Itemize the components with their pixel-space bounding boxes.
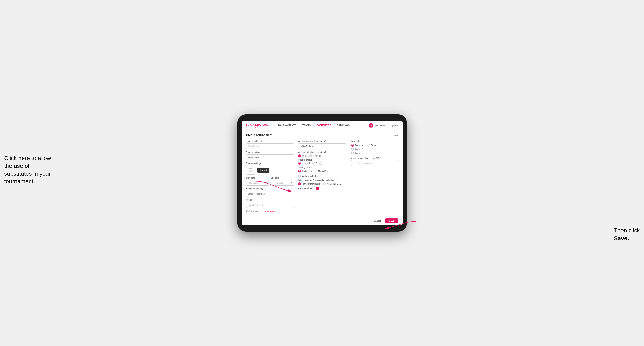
scoring-match-radio <box>315 170 317 173</box>
form-left-col: Tournament Host Search team ▾ Tournament… <box>246 140 294 212</box>
scoring-stroke-radio <box>298 170 301 173</box>
rounds-4-radio <box>320 162 322 165</box>
gender-label: Which gender is the event for? <box>298 151 346 154</box>
nav-tournaments[interactable]: TOURNAMENTS <box>275 121 300 130</box>
user-name: blair admin <box>375 124 386 127</box>
rounds-1[interactable]: 1 <box>298 162 303 165</box>
form-right-col: Format type 5 count 4 Other <box>350 140 398 212</box>
start-date-label: Start date <box>246 177 269 179</box>
scoring-service-placeholder: Select a scoring service <box>353 162 375 164</box>
gender-mens-radio <box>298 155 301 157</box>
logo-upload-area: Upload <box>246 166 294 175</box>
tournament-host-input[interactable]: Search team ▾ <box>246 143 294 149</box>
allow-substitutes-checkbox[interactable]: ✓ <box>316 187 319 190</box>
rounds-radio-group: 1 2 3 4 <box>298 162 346 165</box>
tournament-name-input[interactable] <box>246 155 294 160</box>
scoring-match[interactable]: Match Play <box>315 170 328 173</box>
nav-logo: SCOREBOARD Powered by clippd <box>246 123 269 128</box>
event-individuals-radio <box>323 182 326 185</box>
allow-substitutes-label: Allow substitutes? <box>298 187 315 189</box>
form-footer: Cancel Save <box>242 216 403 225</box>
rounds-2[interactable]: 2 <box>305 162 310 165</box>
division-chevron: ▾ <box>343 145 344 147</box>
event-individuals[interactable]: Individuals Only <box>323 182 341 185</box>
format-other[interactable]: Other <box>367 144 376 147</box>
event-teams-radio <box>298 182 301 185</box>
division-label: Which division is the event for? <box>298 140 346 142</box>
venue-input[interactable]: Search golf club ▾ <box>246 202 294 208</box>
gender-womens[interactable]: Womens <box>309 155 321 157</box>
back-button[interactable]: Back <box>391 134 398 136</box>
tournament-host-placeholder: Search team <box>248 145 260 148</box>
nav-committee[interactable]: COMMITTEE <box>314 121 334 130</box>
sign-out-link[interactable]: Sign out <box>390 124 398 127</box>
rounds-3[interactable]: 3 <box>312 162 317 165</box>
scoring-api-label: Use third-party live scoring API? <box>351 157 398 159</box>
scoring-medal[interactable]: Medal Match Play <box>298 175 318 177</box>
scoring-system-group: Stroke Play Match Play Medal Match Play <box>298 170 346 177</box>
annotation-right: Then click Save. <box>614 227 640 242</box>
format-row-1: 5 count 4 Other <box>351 144 398 147</box>
format-other-radio <box>367 144 370 147</box>
nav-bar: SCOREBOARD Powered by clippd TOURNAMENTS… <box>242 121 403 130</box>
rounds-4[interactable]: 4 <box>320 162 324 165</box>
annotation-left: Click here to allow the use of substitut… <box>4 154 58 185</box>
logo-placeholder-icon <box>246 166 255 175</box>
tournament-host-chevron: ▾ <box>291 145 292 147</box>
form-middle-col: Which division is the event for? NCAA Di… <box>298 140 346 212</box>
gender-womens-label: Womens <box>312 155 321 157</box>
end-date-label: End date <box>271 177 294 179</box>
format-5count4-radio <box>351 144 354 147</box>
annotation-right-line1: Then click <box>614 227 640 234</box>
nav-teams[interactable]: TEAMS <box>300 121 314 130</box>
upload-button[interactable]: Upload <box>257 168 270 173</box>
tablet-screen: SCOREBOARD Powered by clippd TOURNAMENTS… <box>242 121 403 225</box>
logo-subtitle: Powered by clippd <box>246 126 269 128</box>
event-type-label: Is this event for Teams and/or Individua… <box>298 179 346 181</box>
page-title: Create Tournament <box>246 133 272 137</box>
logo-title: SCOREBOARD <box>246 123 269 126</box>
tournament-host-label: Tournament Host <box>246 140 294 142</box>
format-6count5-radio <box>351 152 354 155</box>
event-type-group: Teams (+Individuals) Individuals Only <box>298 182 346 185</box>
nav-separator: | <box>388 124 388 127</box>
gender-radio-group: Mens Womens <box>298 155 346 157</box>
annotation-right-line2: Save. <box>614 235 629 241</box>
rounds-1-radio <box>298 162 301 165</box>
scoring-medal-radio <box>298 175 301 177</box>
allow-substitutes-row[interactable]: Allow substitutes? ✓ <box>298 187 346 190</box>
format-6count4-radio <box>351 148 354 151</box>
venue-email-link[interactable]: email support <box>265 210 276 212</box>
tablet-device: SCOREBOARD Powered by clippd TOURNAMENTS… <box>238 114 407 232</box>
arrow-right <box>384 218 417 231</box>
user-avatar: B <box>369 123 373 128</box>
nav-user-area: B blair admin | Sign out <box>369 123 398 128</box>
gender-womens-radio <box>309 155 312 157</box>
venue-hint: Can't find your venue? email support <box>246 210 294 212</box>
svg-point-1 <box>250 169 250 170</box>
division-select[interactable]: NCAA Division I ▾ <box>298 143 346 149</box>
format-6count5[interactable]: 6 count 5 <box>351 152 398 155</box>
rounds-2-radio <box>305 162 308 165</box>
tournament-logo-label: Tournament logo <box>246 162 294 165</box>
format-options: 5 count 4 Other 6 count 4 <box>351 144 398 155</box>
page-header: Create Tournament Back <box>246 133 398 137</box>
cancel-button[interactable]: Cancel <box>371 218 383 223</box>
format-5count4[interactable]: 5 count 4 <box>351 144 363 147</box>
main-content: Create Tournament Back Tournament Host S… <box>242 130 403 216</box>
venue-label: Venue <box>246 199 294 201</box>
form-grid: Tournament Host Search team ▾ Tournament… <box>246 140 398 212</box>
event-teams[interactable]: Teams (+Individuals) <box>298 182 321 185</box>
scoring-stroke[interactable]: Stroke Play <box>298 170 312 173</box>
format-6count4[interactable]: 6 count 4 <box>351 148 398 151</box>
nav-rankings[interactable]: RANKINGS <box>334 121 353 130</box>
scoring-service-chevron: ▾ <box>396 162 396 164</box>
scoring-service-select[interactable]: Select a scoring service ▾ <box>351 160 398 166</box>
venue-placeholder: Search golf club <box>248 204 263 206</box>
nav-links: TOURNAMENTS TEAMS COMMITTEE RANKINGS <box>275 121 369 130</box>
rounds-label: Number of rounds <box>298 159 346 161</box>
format-type-label: Format type <box>351 140 398 142</box>
venue-chevron: ▾ <box>291 204 292 206</box>
tournament-name-label: Tournament name <box>246 151 294 154</box>
gender-mens[interactable]: Mens <box>298 155 306 157</box>
